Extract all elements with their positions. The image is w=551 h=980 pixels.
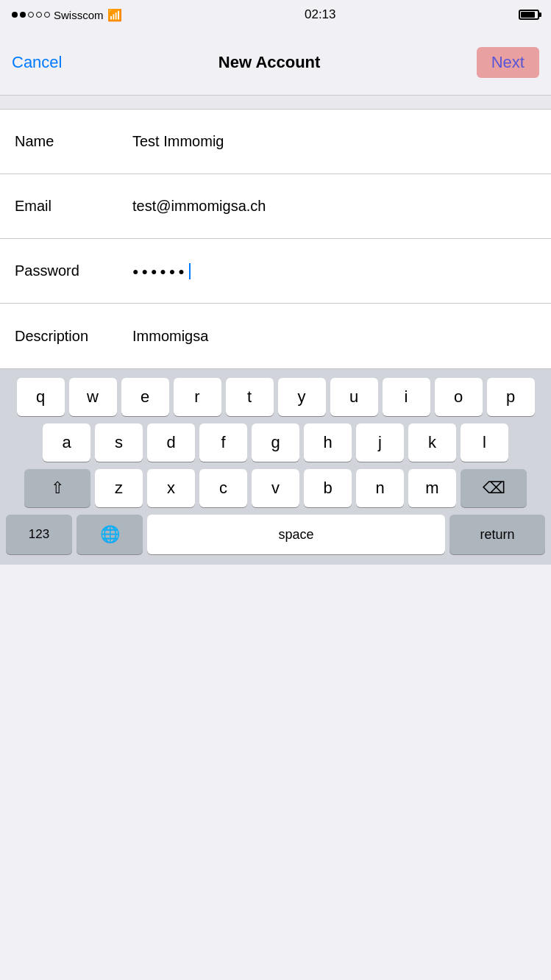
signal-dot-3 [28, 12, 34, 18]
keyboard: q w e r t y u i o p a s d f g h j k l ⇧ … [0, 369, 551, 565]
nav-bar: Cancel New Account Next [0, 29, 551, 96]
key-i[interactable]: i [383, 378, 430, 416]
signal-dot-1 [12, 12, 18, 18]
section-gap [0, 96, 551, 109]
carrier-label: Swisscom [54, 9, 104, 21]
name-value[interactable]: Test Immomig [132, 133, 536, 150]
description-value[interactable]: Immomigsa [132, 328, 536, 345]
form-row-description: Description Immomigsa [0, 304, 551, 368]
form-row-password: Password ●●●●●● [0, 239, 551, 304]
keyboard-row-1: q w e r t y u i o p [3, 378, 548, 416]
key-m[interactable]: m [408, 469, 456, 507]
key-v[interactable]: v [252, 469, 299, 507]
keyboard-bottom-row: 123 🌐 space return [3, 515, 548, 554]
key-a[interactable]: a [43, 423, 90, 462]
description-label: Description [15, 328, 132, 345]
key-l[interactable]: l [461, 423, 508, 462]
status-bar: Swisscom 📶 02:13 [0, 0, 551, 29]
key-h[interactable]: h [304, 423, 352, 462]
signal-dot-2 [20, 12, 26, 18]
key-z[interactable]: z [95, 469, 143, 507]
key-o[interactable]: o [435, 378, 483, 416]
form-row-name: Name Test Immomig [0, 110, 551, 174]
delete-key[interactable]: ⌫ [461, 469, 527, 507]
battery-icon [519, 10, 539, 20]
next-button[interactable]: Next [477, 47, 539, 78]
key-q[interactable]: q [17, 378, 65, 416]
key-c[interactable]: c [199, 469, 247, 507]
globe-key[interactable]: 🌐 [77, 515, 143, 554]
form-row-email: Email test@immomigsa.ch [0, 174, 551, 239]
password-label: Password [15, 262, 132, 279]
password-value[interactable]: ●●●●●● [132, 263, 536, 279]
key-s[interactable]: s [95, 423, 143, 462]
signal-dot-4 [36, 12, 42, 18]
password-dots: ●●●●●● [132, 265, 188, 277]
cancel-button[interactable]: Cancel [12, 53, 62, 72]
key-k[interactable]: k [408, 423, 456, 462]
form-container: Name Test Immomig Email test@immomigsa.c… [0, 109, 551, 369]
key-t[interactable]: t [226, 378, 274, 416]
key-e[interactable]: e [121, 378, 169, 416]
battery-fill [521, 12, 535, 18]
return-key[interactable]: return [449, 515, 545, 554]
numbers-key[interactable]: 123 [6, 515, 72, 554]
key-b[interactable]: b [304, 469, 352, 507]
email-label: Email [15, 198, 132, 215]
wifi-icon: 📶 [107, 8, 122, 22]
page-title: New Account [218, 53, 321, 72]
status-time: 02:13 [305, 7, 336, 22]
key-g[interactable]: g [252, 423, 299, 462]
name-label: Name [15, 133, 132, 150]
key-x[interactable]: x [147, 469, 195, 507]
keyboard-row-2: a s d f g h j k l [3, 423, 548, 462]
space-key[interactable]: space [147, 515, 445, 554]
key-f[interactable]: f [199, 423, 247, 462]
key-p[interactable]: p [487, 378, 535, 416]
signal-dot-5 [44, 12, 50, 18]
key-y[interactable]: y [278, 378, 326, 416]
shift-key[interactable]: ⇧ [24, 469, 90, 507]
signal-dots [12, 12, 50, 18]
key-u[interactable]: u [330, 378, 378, 416]
key-r[interactable]: r [174, 378, 221, 416]
text-cursor [189, 263, 191, 279]
status-left: Swisscom 📶 [12, 8, 122, 22]
keyboard-row-3: ⇧ z x c v b n m ⌫ [3, 469, 548, 507]
status-right [519, 10, 539, 20]
key-w[interactable]: w [69, 378, 117, 416]
email-value[interactable]: test@immomigsa.ch [132, 198, 536, 215]
key-j[interactable]: j [356, 423, 404, 462]
key-n[interactable]: n [356, 469, 404, 507]
key-d[interactable]: d [147, 423, 195, 462]
